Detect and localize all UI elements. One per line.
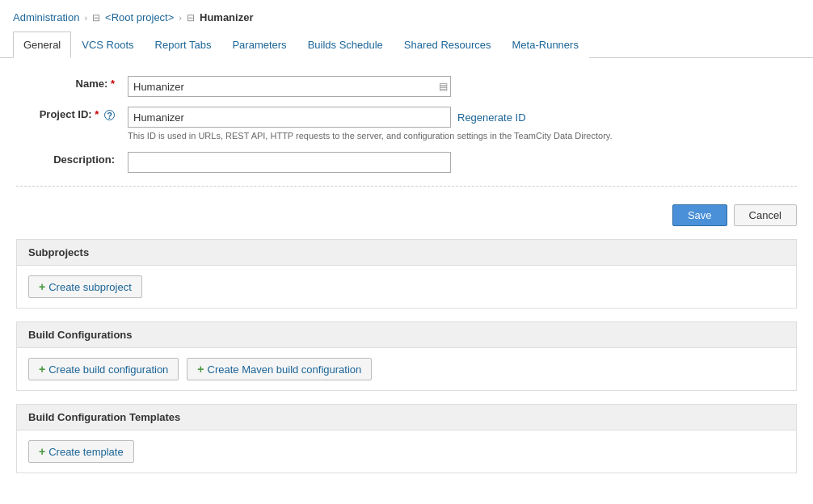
help-icon[interactable]: ? — [104, 110, 115, 120]
form-divider — [16, 186, 797, 187]
tab-report-tabs[interactable]: Report Tabs — [145, 32, 222, 58]
tab-parameters[interactable]: Parameters — [221, 32, 297, 58]
description-input[interactable] — [128, 152, 451, 173]
name-required: * — [111, 78, 115, 90]
action-row: Save Cancel — [16, 198, 797, 239]
breadcrumb-sep-1: › — [84, 13, 87, 23]
tab-vcs-roots[interactable]: VCS Roots — [71, 32, 144, 58]
create-subproject-button[interactable]: + Create subproject — [28, 275, 142, 298]
build-templates-body: + Create template — [16, 430, 797, 473]
breadcrumb: Administration › ⊟ <Root project> › ⊟ Hu… — [0, 0, 813, 32]
description-cell — [121, 147, 797, 178]
name-input-cell: ▤ — [121, 71, 797, 102]
subprojects-body: + Create subproject — [16, 266, 797, 309]
create-maven-build-configuration-button[interactable]: + Create Maven build configuration — [187, 358, 372, 380]
project-id-row: Project ID: * ? Regenerate ID This ID is… — [16, 102, 797, 147]
project-id-note: This ID is used in URLs, REST API, HTTP … — [128, 130, 645, 142]
build-configurations-body: + Create build configuration + Create Ma… — [16, 348, 797, 391]
project-form: Name: * ▤ Project ID: * ? Regenerate ID … — [16, 71, 797, 178]
subprojects-section: Subprojects + Create subproject — [16, 239, 797, 309]
create-build-configuration-button[interactable]: + Create build configuration — [28, 358, 179, 380]
projectid-cell: Regenerate ID — [128, 107, 790, 128]
breadcrumb-current: Humanizer — [200, 11, 253, 23]
name-input-icon[interactable]: ▤ — [439, 81, 448, 92]
subprojects-header: Subprojects — [16, 239, 797, 266]
create-maven-label: Create Maven build configuration — [208, 363, 362, 376]
tab-shared-resources[interactable]: Shared Resources — [394, 32, 502, 58]
build-templates-section: Build Configuration Templates + Create t… — [16, 404, 797, 473]
project-id-cell: Regenerate ID This ID is used in URLs, R… — [121, 102, 797, 147]
tabs-bar: General VCS Roots Report Tabs Parameters… — [0, 32, 813, 58]
name-label: Name: * — [16, 71, 121, 102]
create-template-plus-icon: + — [39, 445, 45, 458]
create-template-label: Create template — [48, 446, 124, 458]
project-id-required: * — [95, 108, 99, 120]
cancel-button[interactable]: Cancel — [734, 204, 797, 226]
create-build-plus-icon: + — [39, 363, 45, 376]
tab-general[interactable]: General — [13, 32, 71, 58]
main-content: Name: * ▤ Project ID: * ? Regenerate ID … — [0, 58, 813, 499]
build-templates-header: Build Configuration Templates — [16, 404, 797, 430]
create-subproject-label: Create subproject — [48, 281, 132, 293]
breadcrumb-root-icon: ⊟ — [92, 12, 100, 23]
name-input-wrap: ▤ — [128, 76, 451, 97]
name-row: Name: * ▤ — [16, 71, 797, 102]
project-id-label: Project ID: * ? — [16, 102, 121, 147]
create-build-label: Create build configuration — [48, 363, 168, 376]
breadcrumb-current-icon: ⊟ — [187, 12, 195, 23]
project-id-input[interactable] — [128, 107, 451, 128]
description-label: Description: — [16, 147, 121, 178]
create-maven-plus-icon: + — [197, 363, 204, 376]
tab-builds-schedule[interactable]: Builds Schedule — [297, 32, 394, 58]
build-configurations-section: Build Configurations + Create build conf… — [16, 321, 797, 391]
save-button[interactable]: Save — [672, 204, 727, 226]
description-row: Description: — [16, 147, 797, 178]
create-template-button[interactable]: + Create template — [28, 440, 134, 463]
regenerate-id-link[interactable]: Regenerate ID — [457, 111, 526, 124]
breadcrumb-sep-2: › — [179, 13, 182, 23]
build-config-btn-group: + Create build configuration + Create Ma… — [28, 358, 785, 380]
tab-meta-runners[interactable]: Meta-Runners — [502, 32, 589, 58]
build-configurations-header: Build Configurations — [16, 321, 797, 348]
name-input[interactable] — [128, 76, 451, 97]
breadcrumb-root[interactable]: <Root project> — [105, 11, 174, 23]
create-subproject-plus-icon: + — [39, 280, 45, 293]
breadcrumb-admin[interactable]: Administration — [13, 11, 79, 23]
